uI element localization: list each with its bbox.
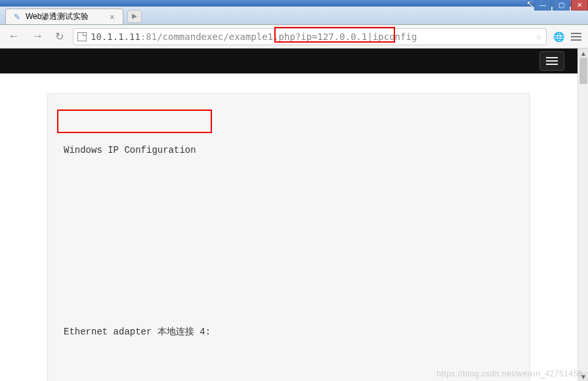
tab-favicon-icon: ✎: [12, 12, 22, 22]
output-adapter-line: Ethernet adapter 本地连接 4:: [64, 325, 514, 339]
globe-icon[interactable]: 🌐: [553, 31, 564, 42]
browser-tab-strip: ✎ Web渗透测试实验 ×: [0, 7, 588, 25]
bookmark-star-icon[interactable]: ☆: [536, 30, 542, 43]
scrollbar-thumb[interactable]: [579, 58, 587, 84]
browser-tab-active[interactable]: ✎ Web渗透测试实验 ×: [5, 9, 123, 24]
page-icon: [77, 32, 87, 41]
vertical-scrollbar[interactable]: ▲ ▼: [578, 49, 588, 381]
ipconfig-output: Windows IP Configuration Ethernet adapte…: [64, 113, 514, 381]
page-navbar: [0, 49, 578, 73]
url-host: 10.1.1.11: [91, 31, 140, 42]
chrome-menu-button[interactable]: [570, 31, 583, 42]
reload-button[interactable]: ↻: [52, 29, 66, 44]
address-bar[interactable]: 10.1.1.11:81/commandexec/example1.php?ip…: [73, 28, 547, 45]
new-tab-button[interactable]: [127, 10, 142, 23]
window-close-button[interactable]: ✕: [571, 0, 588, 10]
page-viewport: Windows IP Configuration Ethernet adapte…: [0, 49, 588, 381]
tab-close-button[interactable]: ×: [108, 12, 116, 22]
browser-toolbar: ← → ↻ 10.1.1.11:81/commandexec/example1.…: [0, 25, 588, 49]
url-path: /commandexec/example1.php: [157, 31, 295, 42]
page-menu-button[interactable]: [539, 51, 564, 71]
url-port: :81: [140, 31, 157, 42]
scrollbar-up-button[interactable]: ▲: [578, 49, 588, 58]
url-query: ?ip=127.0.0.1|ipconfig: [295, 31, 417, 42]
back-button[interactable]: ←: [5, 28, 22, 45]
window-maximize-button[interactable]: ▢: [553, 0, 570, 10]
plus-icon: [131, 13, 138, 20]
command-output-panel: Windows IP Configuration Ethernet adapte…: [47, 93, 530, 381]
window-titlebar: — ▢ ✕: [0, 0, 588, 7]
annotation-highlight-heading: [57, 110, 212, 133]
output-heading: Windows IP Configuration: [64, 143, 514, 157]
forward-button[interactable]: →: [29, 28, 46, 45]
tab-title: Web渗透测试实验: [26, 11, 89, 22]
watermark-text: https://blog.csdn.net/weixin_42751456: [436, 369, 583, 378]
window-controls: — ▢ ✕: [534, 0, 588, 10]
window-minimize-button[interactable]: —: [534, 0, 551, 10]
